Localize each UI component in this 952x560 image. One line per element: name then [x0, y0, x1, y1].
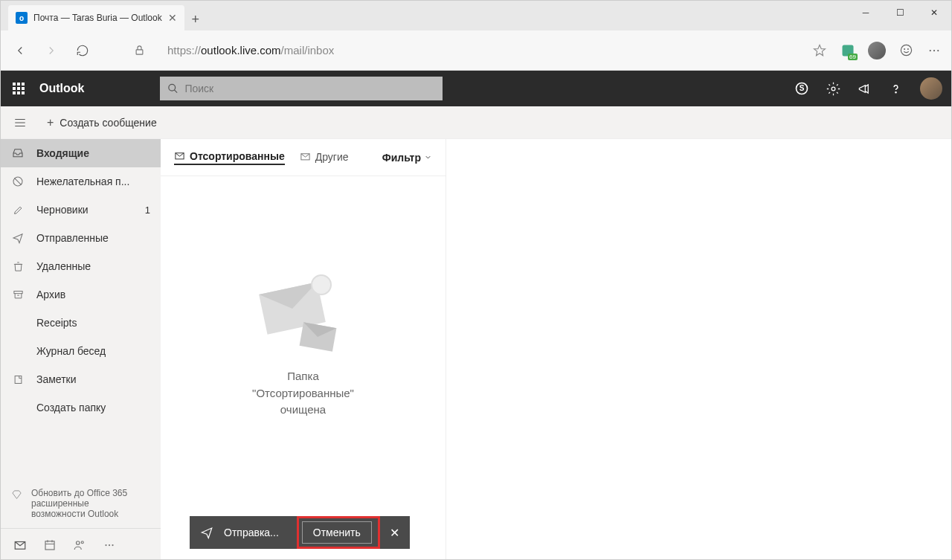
mail-module-button[interactable] [5, 530, 35, 560]
note-icon [11, 374, 25, 385]
pencil-icon [11, 205, 25, 216]
outlook-favicon-icon: o [16, 12, 28, 24]
help-icon [889, 82, 903, 96]
inbox-icon [11, 147, 25, 159]
browser-profile-avatar[interactable] [868, 42, 886, 59]
toast-message: Отправка... [224, 527, 297, 538]
skype-icon: S [794, 81, 809, 96]
upgrade-banner[interactable]: Обновить до Office 365 расширенные возмо… [1, 479, 161, 528]
other-tab[interactable]: Другие [300, 151, 349, 164]
svg-rect-15 [15, 376, 22, 383]
message-list-pane: Отсортированные Другие Фильтр Папка "Отс… [161, 139, 446, 560]
folder-junk[interactable]: Нежелательная п... [1, 167, 161, 196]
url-field[interactable]: https://outlook.live.com/mail/inbox [160, 38, 801, 63]
reading-pane [446, 139, 951, 560]
trash-icon [11, 261, 25, 272]
help-button[interactable] [880, 71, 911, 106]
send-icon [190, 526, 224, 539]
new-tab-button[interactable]: + [184, 8, 207, 30]
waffle-icon [13, 83, 25, 94]
account-avatar[interactable] [920, 77, 942, 100]
svg-point-12 [895, 91, 895, 92]
module-switcher [1, 528, 161, 560]
new-message-button[interactable]: + Создать сообщение [39, 112, 164, 134]
extension-icon[interactable]: 69 [840, 42, 856, 59]
lock-icon [129, 40, 149, 61]
svg-point-7 [937, 49, 939, 51]
tab-close-button[interactable]: ✕ [168, 12, 177, 24]
folder-sent[interactable]: Отправленные [1, 224, 161, 252]
window-controls: ─ ☐ ✕ [849, 1, 951, 25]
hamburger-button[interactable] [8, 116, 32, 129]
main-region: Входящие Нежелательная п... Черновики 1 … [1, 139, 951, 560]
search-box[interactable] [160, 77, 443, 100]
folder-archive[interactable]: Архив [1, 280, 161, 309]
maximize-button[interactable]: ☐ [883, 1, 917, 25]
plus-icon: + [47, 116, 54, 129]
empty-state: Папка "Отсортированные" очищена [161, 176, 446, 560]
focused-icon [174, 150, 185, 161]
svg-point-18 [77, 541, 80, 544]
folder-notes[interactable]: Заметки [1, 365, 161, 393]
app-header: Outlook S [1, 71, 951, 106]
block-icon [11, 176, 25, 187]
svg-text:S: S [800, 84, 805, 92]
more-button[interactable] [926, 42, 942, 59]
archive-icon [11, 289, 25, 300]
folder-receipts[interactable]: Receipts [1, 309, 161, 337]
whats-new-button[interactable] [849, 71, 880, 106]
toast-close-button[interactable]: ✕ [380, 526, 410, 540]
feedback-icon[interactable] [898, 42, 914, 59]
tab-title: Почта — Taras Buria — Outlook [33, 13, 162, 23]
browser-chrome: ─ ☐ ✕ o Почта — Taras Buria — Outlook ✕ … [1, 1, 951, 71]
people-module-button[interactable] [65, 530, 94, 560]
inbox-pivot: Отсортированные Другие Фильтр [161, 139, 446, 176]
megaphone-icon [858, 82, 872, 96]
svg-point-20 [105, 544, 106, 545]
svg-point-5 [930, 49, 931, 51]
undo-send-button[interactable]: Отменить [302, 521, 372, 544]
back-button[interactable] [10, 40, 30, 61]
svg-point-22 [112, 544, 113, 545]
svg-point-21 [109, 544, 110, 545]
skype-button[interactable]: S [786, 71, 817, 106]
folder-drafts[interactable]: Черновики 1 [1, 196, 161, 224]
svg-rect-17 [45, 541, 54, 549]
settings-button[interactable] [817, 71, 849, 106]
focused-tab[interactable]: Отсортированные [174, 150, 285, 165]
folder-sidebar: Входящие Нежелательная п... Черновики 1 … [1, 139, 161, 560]
svg-point-11 [832, 87, 835, 91]
address-bar: https://outlook.live.com/mail/inbox 69 [1, 30, 951, 71]
chevron-down-icon [424, 153, 432, 161]
search-icon [167, 83, 178, 94]
favorite-button[interactable] [811, 42, 828, 59]
browser-tab[interactable]: o Почта — Taras Buria — Outlook ✕ [8, 5, 184, 30]
calendar-module-button[interactable] [35, 530, 65, 560]
svg-point-6 [933, 49, 935, 51]
gear-icon [826, 82, 840, 96]
forward-button[interactable] [41, 40, 62, 61]
brand-label: Outlook [36, 82, 93, 95]
command-bar: + Создать сообщение [1, 106, 951, 139]
send-icon [11, 232, 25, 244]
svg-rect-0 [136, 50, 143, 54]
svg-point-8 [169, 84, 176, 91]
svg-point-3 [904, 49, 904, 50]
other-icon [300, 151, 311, 162]
minimize-button[interactable]: ─ [849, 1, 883, 25]
close-window-button[interactable]: ✕ [917, 1, 951, 25]
more-modules-button[interactable] [94, 530, 124, 560]
create-folder-button[interactable]: Создать папку [1, 393, 161, 422]
folder-inbox[interactable]: Входящие [1, 139, 161, 167]
search-input[interactable] [184, 83, 435, 94]
filter-button[interactable]: Фильтр [382, 152, 432, 164]
refresh-button[interactable] [72, 40, 93, 61]
diamond-icon [11, 488, 22, 519]
svg-rect-14 [13, 291, 22, 293]
svg-point-4 [907, 49, 908, 50]
new-message-label: Создать сообщение [60, 117, 156, 129]
folder-conversation-history[interactable]: Журнал бесед [1, 337, 161, 365]
folder-deleted[interactable]: Удаленные [1, 252, 161, 280]
svg-point-2 [901, 45, 911, 55]
app-launcher-button[interactable] [1, 71, 36, 106]
